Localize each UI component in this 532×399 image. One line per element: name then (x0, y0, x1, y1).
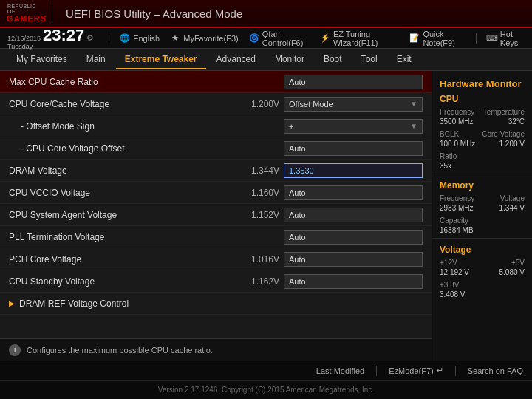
cpu-memory-divider (432, 174, 532, 174)
nav-advanced[interactable]: Advanced (208, 50, 265, 69)
setting-value-cpu-voltage: 1.200V (228, 99, 279, 109)
input-vccio[interactable]: Auto (284, 185, 423, 200)
nav-boot[interactable]: Boot (315, 50, 351, 69)
header-title: UEFI BIOS Utility – Advanced Mode (66, 7, 242, 20)
input-max-cpu[interactable]: Auto (284, 75, 423, 89)
setting-dram-voltage[interactable]: DRAM Voltage 1.344V 1.3530 (0, 160, 432, 182)
setting-cpu-standby[interactable]: CPU Standby Voltage 1.162V Auto (0, 270, 432, 293)
toolbar-hotkeys[interactable]: ⌨ Hot Keys (487, 30, 525, 47)
setting-label-offset-sign: - Offset Mode Sign (21, 121, 228, 132)
input-dram[interactable]: 1.3530 (284, 163, 423, 178)
volt-33-label: +3.3V (440, 281, 459, 289)
last-modified-item[interactable]: Last Modified (316, 366, 364, 375)
cpu-frequency-label: Frequency (440, 108, 474, 116)
setting-label-standby: CPU Standby Voltage (9, 276, 228, 287)
clock-icon[interactable]: ⚙ (86, 33, 94, 43)
cpu-frequency-value-row: 3500 MHz 32°C (432, 117, 532, 126)
mem-cap-value-row: 16384 MB (432, 225, 532, 235)
setting-control-standby[interactable]: Auto (284, 274, 423, 289)
ezmode-icon: ↵ (437, 366, 443, 375)
input-voltage-offset[interactable]: Auto (284, 141, 423, 156)
mem-cap-value: 16384 MB (440, 226, 474, 234)
toolbar-language[interactable]: 🌐 English (120, 33, 160, 44)
setting-control-sysagent[interactable]: Auto (284, 208, 423, 222)
nav-extreme-tweaker[interactable]: Extreme Tweaker (116, 50, 206, 69)
setting-max-cpu-cache-ratio[interactable]: Max CPU Cache Ratio Auto (0, 71, 432, 93)
input-sysagent[interactable]: Auto (284, 208, 423, 222)
clock-time: 23:27 (43, 26, 84, 45)
volt-33-value-row: 3.408 V (432, 290, 532, 299)
mem-voltage-label: Voltage (500, 194, 525, 202)
toolbar-quicknote[interactable]: 📝 Quick Note(F9) (409, 30, 466, 47)
mem-freq-label: Frequency (440, 194, 474, 202)
ezmode-item[interactable]: EzMode(F7) ↵ (389, 366, 443, 375)
toolbar-eztuning[interactable]: ⚡ EZ Tuning Wizard(F11) (320, 30, 400, 47)
volt-12-label: +12V (440, 259, 457, 267)
nav-exit[interactable]: Exit (388, 50, 420, 69)
input-standby[interactable]: Auto (284, 274, 423, 289)
expand-dram-ref-voltage[interactable]: ▶ DRAM REF Voltage Control (0, 293, 432, 315)
qfan-icon: 🌀 (249, 33, 259, 44)
cpu-corevoltage-label: Core Voltage (482, 130, 525, 138)
setting-control-max-cpu[interactable]: Auto (284, 75, 423, 89)
setting-label-max-cpu: Max CPU Cache Ratio (9, 77, 228, 87)
nav-tool[interactable]: Tool (352, 50, 386, 69)
volt-12-value-row: 12.192 V 5.080 V (432, 267, 532, 277)
setting-cpu-core-cache-voltage[interactable]: CPU Core/Cache Voltage 1.200V Offset Mod… (0, 93, 432, 115)
mem-cap-label: Capacity (440, 216, 468, 225)
setting-control-dram[interactable]: 1.3530 (284, 163, 423, 178)
setting-control-pll[interactable]: Auto (284, 230, 423, 245)
volt-33-value: 3.408 V (440, 290, 465, 299)
setting-value-sysagent: 1.152V (228, 210, 279, 220)
select-cpu-voltage-text: Offset Mode (289, 100, 333, 109)
voltage-section-title: Voltage (432, 242, 532, 258)
select-cpu-voltage[interactable]: Offset Mode ▼ (284, 97, 423, 112)
toolbar-qfan[interactable]: 🌀 Qfan Control(F6) (249, 30, 310, 47)
chevron-down-icon: ▼ (410, 100, 417, 108)
setting-cpu-vccio[interactable]: CPU VCCIO Voltage 1.160V Auto (0, 182, 432, 204)
cpu-frequency-row: Frequency Temperature (432, 107, 532, 117)
setting-label-dram: DRAM Voltage (9, 166, 228, 176)
volt-5-value: 5.080 V (499, 268, 525, 276)
expand-arrow-icon: ▶ (9, 299, 15, 307)
setting-control-cpu-voltage[interactable]: Offset Mode ▼ (284, 97, 423, 112)
search-faq-item[interactable]: Search on FAQ (468, 366, 523, 375)
toolbar-myfavorite[interactable]: ★ MyFavorite(F3) (170, 33, 239, 44)
logo-area: REPUBLIC OF GAMERS UEFI BIOS Utility – A… (7, 4, 242, 23)
setting-control-vccio[interactable]: Auto (284, 185, 423, 200)
setting-offset-mode-sign[interactable]: - Offset Mode Sign + ▼ (0, 115, 432, 137)
gamers-text: GAMERS (7, 14, 47, 23)
setting-label-sysagent: CPU System Agent Voltage (9, 210, 228, 220)
setting-pll-termination[interactable]: PLL Termination Voltage Auto (0, 226, 432, 248)
toolbar: 12/15/2015 Tuesday 23:27 ⚙ 🌐 English ★ M… (0, 28, 532, 49)
nav-myfavorites[interactable]: My Favorites (7, 50, 76, 69)
setting-label-pch: PCH Core Voltage (9, 254, 228, 265)
nav-main[interactable]: Main (78, 50, 115, 69)
setting-control-offset-sign[interactable]: + ▼ (284, 119, 423, 134)
setting-label-pll: PLL Termination Voltage (9, 232, 228, 242)
main-layout: Max CPU Cache Ratio Auto CPU Core/Cache … (0, 71, 532, 361)
mem-cap-row: Capacity (432, 216, 532, 225)
eztuning-icon: ⚡ (320, 33, 330, 44)
hardware-monitor-panel: Hardware Monitor CPU Frequency Temperatu… (432, 71, 532, 361)
mem-freq-value-row: 2933 MHz 1.344 V (432, 203, 532, 213)
cpu-frequency-value: 3500 MHz (440, 117, 474, 126)
volt-33-row: +3.3V (432, 280, 532, 290)
input-pll[interactable]: Auto (284, 230, 423, 245)
toolbar-quicknote-label: Quick Note(F9) (423, 30, 466, 47)
setting-control-pch[interactable]: Auto (284, 252, 423, 267)
setting-pch-core[interactable]: PCH Core Voltage 1.016V Auto (0, 248, 432, 270)
setting-cpu-core-voltage-offset[interactable]: - CPU Core Voltage Offset Auto (0, 137, 432, 160)
memory-voltage-divider (432, 238, 532, 239)
favorite-icon: ★ (170, 33, 180, 44)
select-offset-sign[interactable]: + ▼ (284, 119, 423, 134)
setting-cpu-system-agent[interactable]: CPU System Agent Voltage 1.152V Auto (0, 204, 432, 226)
setting-label-cpu-voltage: CPU Core/Cache Voltage (9, 99, 228, 109)
bottom-sep-2 (455, 366, 456, 376)
cpu-bclk-value-row: 100.0 MHz 1.200 V (432, 139, 532, 149)
footer-text: Version 2.17.1246. Copyright (C) 2015 Am… (158, 386, 374, 394)
nav-monitor[interactable]: Monitor (266, 50, 313, 69)
input-pch[interactable]: Auto (284, 252, 423, 267)
setting-control-voltage-offset[interactable]: Auto (284, 141, 423, 156)
memory-section-title: Memory (432, 177, 532, 194)
